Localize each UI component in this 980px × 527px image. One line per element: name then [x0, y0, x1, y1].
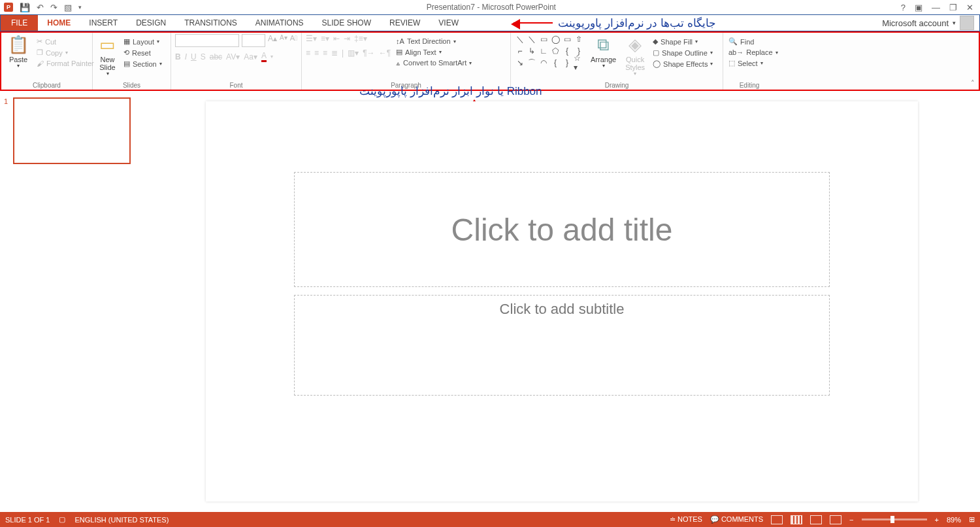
paste-button[interactable]: 📋 Paste ▾: [5, 34, 31, 70]
justify-button[interactable]: ≣: [331, 48, 338, 58]
notes-button[interactable]: ≐ NOTES: [670, 515, 702, 524]
normal-view-button[interactable]: [771, 515, 783, 524]
tab-slideshow[interactable]: SLIDE SHOW: [313, 15, 380, 31]
ribbon-display-icon[interactable]: ▣: [915, 3, 923, 12]
find-button[interactable]: 🔍Find: [727, 37, 779, 46]
shapes-gallery[interactable]: ＼＼▭◯▭⇧ ⌐↳∟⬠{} ↘⌒◠{}☆ ▾: [515, 34, 584, 68]
collapse-ribbon-icon[interactable]: ˄: [971, 79, 975, 88]
account-label: Microsoft account: [882, 18, 949, 28]
strike-button[interactable]: abc: [210, 52, 222, 61]
quick-styles-button[interactable]: ◈Quick Styles▾: [623, 34, 647, 78]
account-area[interactable]: Microsoft account ▾: [882, 15, 979, 31]
annotation-tabs: جایگاه تب‌ها در نرم‌افزار پاورپوینت: [468, 15, 716, 31]
shape-fill-button[interactable]: ◆Shape Fill▾: [651, 37, 714, 46]
align-center-button[interactable]: ≡: [314, 48, 319, 58]
minimize-icon[interactable]: —: [932, 3, 940, 12]
zoom-slider[interactable]: [862, 518, 927, 520]
effects-icon: ◯: [653, 60, 661, 68]
tab-design[interactable]: DESIGN: [127, 15, 175, 31]
help-icon[interactable]: ?: [901, 3, 906, 12]
redo-icon[interactable]: ↷: [50, 3, 57, 12]
font-color-button[interactable]: A: [261, 51, 267, 62]
replace-button[interactable]: ab→Replace▾: [727, 48, 779, 57]
zoom-in-button[interactable]: +: [935, 516, 939, 524]
shadow-button[interactable]: S: [201, 52, 206, 61]
cut-icon: ✂: [37, 37, 42, 46]
new-slide-button[interactable]: ▭ New Slide ▾: [97, 34, 118, 78]
line-spacing-button[interactable]: ‡≡▾: [354, 34, 367, 43]
tab-animations[interactable]: ANIMATIONS: [246, 15, 313, 31]
sorter-view-button[interactable]: [791, 515, 802, 524]
spacing-button[interactable]: AV▾: [226, 52, 240, 61]
smartart-button[interactable]: ⟁Convert to SmartArt▾: [395, 58, 473, 67]
layout-button[interactable]: ▦Layout▾: [122, 37, 163, 46]
italic-button[interactable]: I: [185, 52, 187, 61]
annotation-ribbon: Ribbon یا نوار ابزار نرم‌افزار پاپورپوین…: [359, 84, 542, 98]
tab-file[interactable]: FILE: [1, 15, 38, 31]
group-label: Clipboard: [5, 82, 88, 90]
text-direction-button[interactable]: ↕AText Direction▾: [395, 37, 473, 46]
underline-button[interactable]: U: [191, 52, 197, 61]
shape-effects-button[interactable]: ◯Shape Effects▾: [651, 59, 714, 69]
slide-panel[interactable]: 1: [0, 91, 144, 512]
paste-icon: 📋: [8, 35, 29, 54]
align-right-button[interactable]: ≡: [323, 48, 327, 58]
undo-icon[interactable]: ↶: [37, 3, 44, 12]
grow-font-icon[interactable]: A▴: [268, 34, 277, 47]
case-button[interactable]: Aa▾: [244, 52, 257, 61]
tab-home[interactable]: HOME: [38, 15, 80, 31]
language-indicator[interactable]: ENGLISH (UNITED STATES): [74, 516, 169, 524]
select-button[interactable]: ⬚Select▾: [727, 58, 779, 68]
decrease-indent-button[interactable]: ⇤: [333, 34, 340, 43]
numbering-button[interactable]: ≡▾: [321, 34, 329, 43]
zoom-level[interactable]: 89%: [947, 516, 961, 524]
slide-indicator[interactable]: SLIDE 1 OF 1: [5, 516, 50, 524]
clear-format-icon[interactable]: A⃠: [290, 34, 297, 47]
reset-icon: ⟲: [123, 48, 129, 57]
reading-view-button[interactable]: [810, 515, 822, 524]
tab-insert[interactable]: INSERT: [80, 15, 127, 31]
proof-icon[interactable]: ▢: [59, 515, 65, 524]
tab-transitions[interactable]: TRANSITIONS: [175, 15, 246, 31]
columns-button[interactable]: ▥▾: [348, 48, 359, 58]
format-painter-button[interactable]: 🖌Format Painter: [35, 59, 95, 68]
font-size-input[interactable]: [242, 34, 265, 47]
arrange-icon: ⧉: [597, 35, 610, 54]
align-text-button[interactable]: ▤Align Text▾: [395, 47, 473, 57]
quick-access-toolbar: P 💾 ↶ ↷ ▧ ▾: [0, 3, 82, 12]
close-icon[interactable]: ✕: [966, 3, 973, 12]
app-icon: P: [4, 3, 13, 12]
bullets-button[interactable]: ☰▾: [306, 34, 317, 43]
slideshow-view-button[interactable]: [830, 515, 841, 524]
start-show-icon[interactable]: ▧: [64, 3, 72, 12]
slide[interactable]: Click to add title Click to add subtitle: [206, 101, 918, 502]
shape-outline-button[interactable]: ▢Shape Outline▾: [651, 48, 714, 58]
section-button[interactable]: ▤Section▾: [122, 59, 163, 69]
zoom-out-button[interactable]: −: [849, 516, 853, 524]
title-placeholder[interactable]: Click to add title: [294, 172, 830, 287]
tab-view[interactable]: VIEW: [429, 15, 468, 31]
arrange-button[interactable]: ⧉Arrange▾: [588, 34, 619, 70]
ltr-button[interactable]: ¶→: [363, 48, 374, 58]
reset-button[interactable]: ⟲Reset: [122, 48, 163, 58]
copy-button[interactable]: ❐Copy▾: [35, 48, 95, 58]
rtl-button[interactable]: ←¶: [379, 48, 391, 58]
chevron-down-icon: ▾: [17, 63, 20, 69]
bold-button[interactable]: B: [175, 52, 181, 61]
save-icon[interactable]: 💾: [20, 3, 30, 12]
slide-thumbnail[interactable]: [13, 97, 131, 164]
fit-window-button[interactable]: ⊞: [969, 515, 975, 524]
subtitle-placeholder[interactable]: Click to add subtitle: [294, 295, 830, 396]
increase-indent-button[interactable]: ⇥: [344, 34, 350, 43]
shrink-font-icon[interactable]: A▾: [280, 34, 287, 47]
comments-button[interactable]: 💬 COMMENTS: [710, 515, 763, 524]
font-name-input[interactable]: [175, 34, 239, 47]
align-left-button[interactable]: ≡: [306, 48, 310, 58]
tab-review[interactable]: REVIEW: [380, 15, 429, 31]
restore-icon[interactable]: ❐: [949, 3, 957, 12]
smartart-icon: ⟁: [396, 59, 400, 67]
group-clipboard: 📋 Paste ▾ ✂Cut ❐Copy▾ 🖌Format Painter Cl…: [1, 33, 93, 90]
section-icon: ▤: [123, 60, 130, 68]
cut-button[interactable]: ✂Cut: [35, 37, 95, 46]
status-bar: SLIDE 1 OF 1 ▢ ENGLISH (UNITED STATES) ≐…: [0, 512, 980, 527]
